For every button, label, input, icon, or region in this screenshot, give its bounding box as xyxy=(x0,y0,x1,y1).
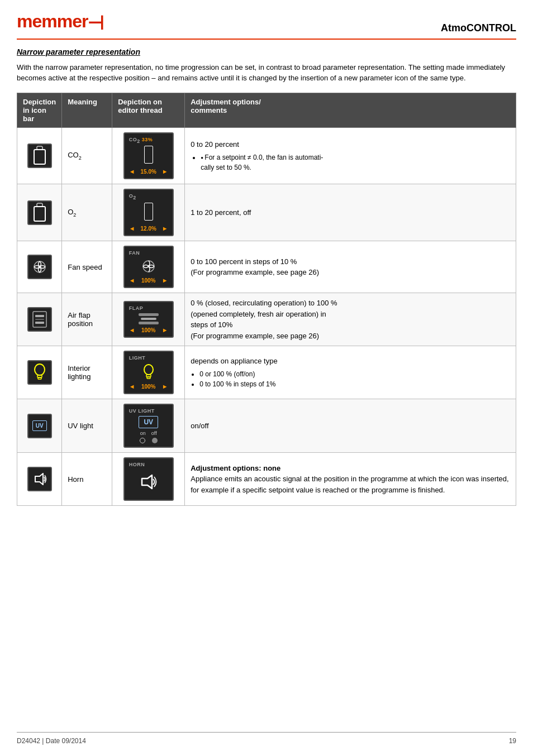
o2-depiction-box: O2 ◄ 12.0% ► xyxy=(123,189,174,236)
icon-cell-light xyxy=(17,346,62,399)
adjustment-horn: Adjustment options: none Appliance emits… xyxy=(185,453,516,506)
uv-icon: UV xyxy=(27,414,52,438)
fan-depiction-box: FAN ◄ 100% xyxy=(123,246,174,288)
intro-text: With the narrow parameter representation… xyxy=(17,62,516,84)
horn-icon xyxy=(27,467,52,491)
depiction-horn: HORN xyxy=(112,453,185,506)
svg-rect-17 xyxy=(147,377,150,379)
depiction-light: LIGHT ◄ 100% ► xyxy=(112,346,185,399)
page-footer: D24042 | Date 09/2014 19 xyxy=(17,732,516,745)
uv-depiction-box: UV LIGHT UV on off xyxy=(123,404,174,448)
svg-rect-10 xyxy=(35,319,44,320)
col-header-depiction: Depictionin icon bar xyxy=(17,93,62,127)
flap-icon xyxy=(27,307,52,332)
svg-marker-19 xyxy=(142,475,152,489)
depiction-co2: CO2 33% ◄ 15.0% ► xyxy=(112,127,185,184)
svg-rect-3 xyxy=(34,207,45,221)
adjustment-o2: 1 to 20 percent, off xyxy=(185,184,516,241)
table-row: Fan speed FAN xyxy=(17,241,516,293)
page-header: memmer⊢ AtmoCONTROL xyxy=(17,11,516,40)
svg-rect-14 xyxy=(38,377,41,379)
svg-marker-18 xyxy=(35,473,43,485)
svg-point-5 xyxy=(38,266,41,269)
light-depiction-box: LIGHT ◄ 100% ► xyxy=(123,351,174,394)
icon-cell-co2 xyxy=(17,127,62,184)
meaning-co2: CO2 xyxy=(62,127,112,184)
depiction-uv: UV LIGHT UV on off xyxy=(112,399,185,453)
app-title: AtmoCONTROL xyxy=(441,22,516,34)
logo: memmer⊢ xyxy=(17,11,104,34)
depiction-fan: FAN ◄ 100% xyxy=(112,241,185,293)
adjustment-co2: 0 to 20 percent For a setpoint ≠ 0.0, th… xyxy=(185,127,516,184)
icon-cell-fan xyxy=(17,241,62,293)
icon-cell-flap xyxy=(17,293,62,346)
horn-depiction-box: HORN xyxy=(123,457,174,501)
co2-depiction-box: CO2 33% ◄ 15.0% ► xyxy=(123,132,174,180)
icon-cell-uv: UV xyxy=(17,399,62,453)
svg-rect-11 xyxy=(35,322,44,324)
depiction-flap: FLAP ◄ 100% ► xyxy=(112,293,185,346)
col-header-meaning: Meaning xyxy=(62,93,112,127)
meaning-uv: UV light xyxy=(62,399,112,453)
param-table: Depictionin icon bar Meaning Depiction o… xyxy=(17,93,516,506)
flap-depiction-box: FLAP ◄ 100% ► xyxy=(123,301,174,338)
meaning-horn: Horn xyxy=(62,453,112,506)
table-row: Air flapposition FLAP ◄ 100% ► xyxy=(17,293,516,346)
svg-point-7 xyxy=(147,265,150,267)
svg-point-12 xyxy=(35,364,45,375)
doc-id: D24042 | Date 09/2014 xyxy=(17,737,86,745)
svg-point-15 xyxy=(144,365,153,375)
table-row: Horn HORN Adjustment o xyxy=(17,453,516,506)
table-row: O2 O2 ◄ 12.0% ► 1 to xyxy=(17,184,516,241)
co2-icon xyxy=(27,143,52,168)
adjustment-flap: 0 % (closed, recirculating operation) to… xyxy=(185,293,516,346)
table-row: UV UV light UV LIGHT UV on off xyxy=(17,399,516,453)
icon-cell-horn xyxy=(17,453,62,506)
depiction-o2: O2 ◄ 12.0% ► xyxy=(112,184,185,241)
fan-icon xyxy=(27,255,52,279)
light-icon xyxy=(27,360,52,385)
meaning-o2: O2 xyxy=(62,184,112,241)
adjustment-fan: 0 to 100 percent in steps of 10 % (For p… xyxy=(185,241,516,293)
col-header-editor: Depiction oneditor thread xyxy=(112,93,185,127)
adjustment-light: depends on appliance type 0 or 100 % (of… xyxy=(185,346,516,399)
adjustment-uv: on/off xyxy=(185,399,516,453)
svg-rect-9 xyxy=(35,315,44,317)
icon-cell-o2 xyxy=(17,184,62,241)
table-row: CO2 CO2 33% ◄ 15.0% ► xyxy=(17,127,516,184)
table-row: Interiorlighting LIGHT ◄ xyxy=(17,346,516,399)
meaning-flap: Air flapposition xyxy=(62,293,112,346)
meaning-light: Interiorlighting xyxy=(62,346,112,399)
svg-rect-1 xyxy=(34,150,45,164)
col-header-adjustment: Adjustment options/comments xyxy=(185,93,516,127)
meaning-fan: Fan speed xyxy=(62,241,112,293)
page-number: 19 xyxy=(509,737,516,745)
section-heading: Narrow parameter representation xyxy=(17,47,516,56)
o2-icon xyxy=(27,200,52,225)
